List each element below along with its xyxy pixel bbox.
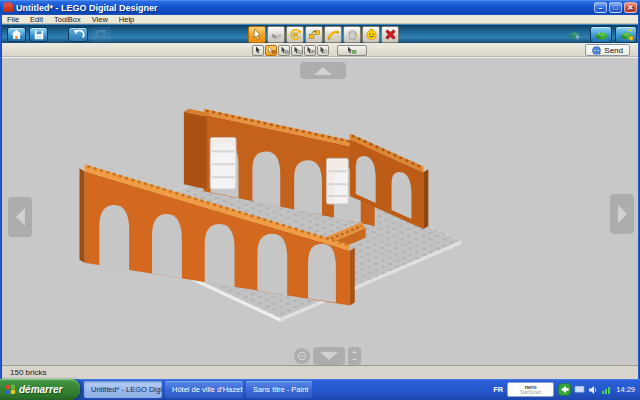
cursor-icon <box>251 28 264 41</box>
delete-x-icon <box>384 28 397 41</box>
window-border-left <box>0 15 2 379</box>
minifig-head-icon <box>365 28 378 41</box>
windows-flag-icon <box>5 384 16 396</box>
small-cursor-all-icon <box>319 46 328 54</box>
green-arrow-tray-icon[interactable] <box>558 383 571 396</box>
select-tool-button[interactable] <box>248 26 266 43</box>
taskbar-task-paint[interactable]: Sans titre - Paint <box>246 381 312 398</box>
viewport-canvas[interactable]: + − <box>2 57 638 365</box>
menu-edit[interactable]: Edit <box>30 15 43 24</box>
maximize-button[interactable]: □ <box>609 2 622 13</box>
rotate-down-button[interactable] <box>313 347 345 365</box>
select-single-button[interactable] <box>252 45 264 56</box>
lego-scene <box>2 58 638 365</box>
home-icon <box>10 28 23 41</box>
taskbar: démarrer Untitled* - LEGO Digit... Hôtel… <box>0 379 640 400</box>
display-tray-icon[interactable] <box>574 385 585 395</box>
taskbar-task-ldd[interactable]: Untitled* - LEGO Digit... <box>84 381 162 398</box>
rotate-up-button[interactable] <box>300 62 346 79</box>
start-button[interactable]: démarrer <box>0 379 80 400</box>
hinge-icon <box>289 28 302 41</box>
main-toolbar <box>2 24 638 43</box>
hinge-tool-button[interactable] <box>286 26 304 43</box>
select-brick-button[interactable] <box>265 45 277 56</box>
green-brick-icon <box>594 28 609 41</box>
app-icon <box>3 4 13 12</box>
status-bar: 150 bricks <box>2 365 638 379</box>
clone-tool-button[interactable] <box>267 26 285 43</box>
lego-digital-designer-window: Untitled* - LEGO Digital Designer – □ ✕ … <box>0 0 640 400</box>
paint-bucket-icon <box>346 28 359 41</box>
select-shape-button[interactable] <box>291 45 303 56</box>
small-cursor-connected-icon <box>306 46 315 54</box>
taskbar-clock: 14:29 <box>616 385 635 394</box>
taskbar-task-document[interactable]: Hôtel de ville d'Hazeb... <box>165 381 243 398</box>
small-cursor-shape-icon <box>293 46 302 54</box>
menu-bar: File Edit ToolBox View Help <box>2 15 638 24</box>
task-label: Hôtel de ville d'Hazeb... <box>172 385 243 394</box>
arrow-right-icon <box>617 204 628 224</box>
volume-tray-icon[interactable] <box>588 385 598 395</box>
window-frame-right <box>326 158 348 204</box>
rotate-left-button[interactable] <box>8 197 32 237</box>
brick-cursor-icon <box>568 29 582 41</box>
window-frame-left <box>210 137 236 189</box>
menu-file[interactable]: File <box>7 15 19 24</box>
title-bar: Untitled* - LEGO Digital Designer – □ ✕ <box>0 0 640 15</box>
select-variant-group <box>252 45 367 56</box>
brick-count: 150 bricks <box>10 368 46 377</box>
small-cursor-icon <box>254 46 262 54</box>
select-color-button[interactable] <box>278 45 290 56</box>
hinge-align-icon <box>308 28 321 41</box>
system-tray: FR nero StartSmart <box>493 379 640 400</box>
small-cursor-color-icon <box>280 46 289 54</box>
task-label: Untitled* - LEGO Digit... <box>91 385 162 394</box>
flex-icon <box>327 28 340 41</box>
language-indicator[interactable]: FR <box>493 385 503 394</box>
redo-icon <box>95 29 108 40</box>
select-special-button[interactable] <box>337 45 367 56</box>
arrow-left-icon <box>15 207 26 227</box>
globe-icon <box>592 46 601 55</box>
build-mode-button[interactable] <box>590 26 612 43</box>
sub-toolbar: Send <box>2 43 638 57</box>
delete-tool-button[interactable] <box>381 26 399 43</box>
small-cursor-brick-icon <box>267 46 276 54</box>
brick-icon <box>270 28 283 41</box>
minifig-head-tool-button[interactable] <box>362 26 380 43</box>
window-title: Untitled* - LEGO Digital Designer <box>16 3 592 13</box>
zoom-button[interactable]: + − <box>348 347 361 365</box>
rotate-right-button[interactable] <box>610 194 634 234</box>
paint-bucket-tool-button[interactable] <box>343 26 361 43</box>
nero-deskband[interactable]: nero StartSmart <box>507 382 554 397</box>
menu-toolbox[interactable]: ToolBox <box>54 15 81 24</box>
task-label: Sans titre - Paint <box>253 385 308 394</box>
save-icon <box>33 29 45 41</box>
send-button[interactable]: Send <box>585 44 630 56</box>
save-button[interactable] <box>29 27 48 42</box>
close-button[interactable]: ✕ <box>624 2 637 13</box>
select-connected-button[interactable] <box>304 45 316 56</box>
small-cursor-green-icon <box>344 46 360 54</box>
undo-icon <box>72 29 85 40</box>
arrow-up-icon <box>313 66 333 76</box>
deskband-line2: StartSmart <box>520 390 542 395</box>
hinge-align-tool-button[interactable] <box>305 26 323 43</box>
flex-tool-button[interactable] <box>324 26 342 43</box>
home-button[interactable] <box>7 27 26 42</box>
green-brick-refresh-icon <box>619 28 634 41</box>
select-all-button[interactable] <box>317 45 329 56</box>
undo-button[interactable] <box>68 27 88 42</box>
menu-view[interactable]: View <box>92 15 108 24</box>
arrow-down-icon <box>319 351 339 361</box>
minimize-button[interactable]: – <box>594 2 607 13</box>
zoom-out-glyph: − <box>352 356 357 363</box>
start-label: démarrer <box>19 384 62 395</box>
menu-help[interactable]: Help <box>119 15 134 24</box>
view-mode-button[interactable] <box>615 26 637 43</box>
reset-view-button[interactable] <box>294 348 310 364</box>
send-label: Send <box>604 46 623 55</box>
tool-group <box>248 26 399 43</box>
redo-button[interactable] <box>91 27 111 42</box>
network-tray-icon[interactable] <box>601 385 611 395</box>
